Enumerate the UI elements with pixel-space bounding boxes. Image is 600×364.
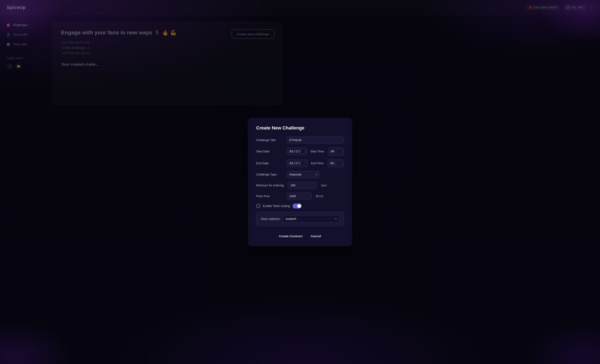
start-row: Start Date: Start Time: [256,147,344,155]
challenge-title-row: Challenge Title: [256,136,344,144]
prize-pool-unit: $CHZ [316,194,324,198]
token-address-row: Token address: testBAR testFOO testQAX [261,215,339,222]
create-contract-button[interactable]: Create Contract [279,233,302,239]
end-time-label: End Time: [311,162,324,165]
token-gating-toggle[interactable] [292,203,302,209]
minimum-unit: bpm [321,184,327,187]
start-date-input[interactable] [287,148,307,155]
end-time-input[interactable] [328,159,344,167]
prize-pool-label: Prize Pool [256,194,283,198]
create-challenge-modal: Create New Challenge Challenge Title: St… [248,118,352,246]
modal-footer: Create Contract Cancel [256,231,344,239]
minimum-input[interactable] [288,182,317,189]
end-date-label: End Date: [256,162,283,165]
start-date-label: Start Date: [256,150,283,153]
prize-pool-row: Prize Pool $CHZ [256,193,344,200]
token-address-label: Token address: [261,217,280,221]
prize-pool-input[interactable] [287,193,312,200]
token-address-select[interactable]: testBAR testFOO testQAX [283,215,339,222]
minimum-row: Minimum for entering: bpm [256,182,344,189]
token-address-box: Token address: testBAR testFOO testQAX [256,212,344,226]
modal-overlay: Create New Challenge Challenge Title: St… [0,0,600,364]
modal-title: Create New Challenge [256,125,344,131]
end-date-input[interactable] [287,159,308,167]
cancel-button[interactable]: Cancel [311,233,321,239]
challenge-type-label: Challenge Type: [256,173,283,176]
token-gating-label: Enable Token Gating [263,204,290,208]
challenge-title-input[interactable] [287,136,344,144]
challenge-title-label: Challenge Title: [256,138,283,142]
token-gating-row: i Enable Token Gating [256,203,344,209]
info-icon: i [256,204,260,208]
challenge-type-row: Challenge Type: Heartrate Steps Distance… [256,171,344,178]
challenge-type-select[interactable]: Heartrate Steps Distance Calories [287,171,320,178]
start-time-label: Start Time: [310,150,325,153]
end-row: End Date: End Time: [256,159,344,167]
start-time-input[interactable] [328,147,344,155]
minimum-label: Minimum for entering: [256,184,284,187]
toggle-knob [297,204,301,208]
